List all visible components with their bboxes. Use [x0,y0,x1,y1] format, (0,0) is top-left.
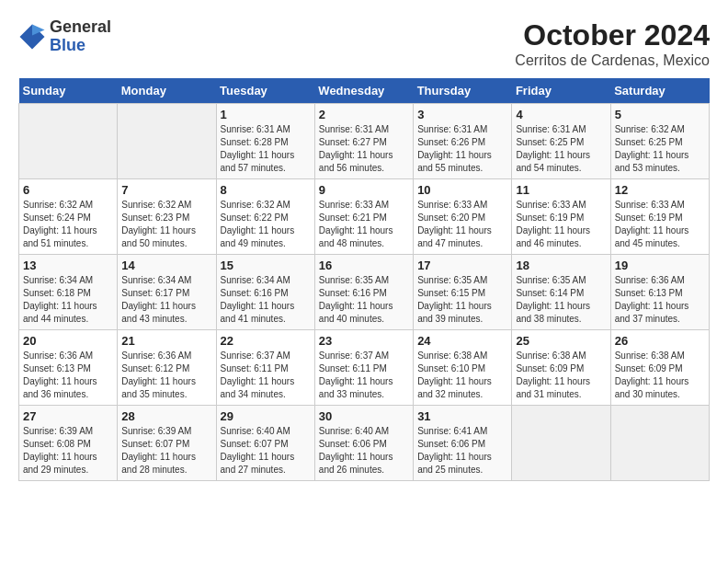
calendar-cell: 30Sunrise: 6:40 AMSunset: 6:06 PMDayligh… [314,406,413,481]
day-number: 22 [221,334,311,348]
day-info: Sunrise: 6:34 AMSunset: 6:16 PMDaylight:… [221,274,311,326]
day-number: 9 [319,183,409,197]
calendar-cell: 18Sunrise: 6:35 AMSunset: 6:14 PMDayligh… [512,255,610,330]
calendar-week-row: 27Sunrise: 6:39 AMSunset: 6:08 PMDayligh… [19,406,710,481]
day-number: 3 [417,108,507,121]
day-number: 17 [417,259,507,272]
weekday-header: Sunday [19,78,118,104]
day-info: Sunrise: 6:41 AMSunset: 6:06 PMDaylight:… [417,425,507,477]
day-number: 23 [319,334,409,348]
day-info: Sunrise: 6:32 AMSunset: 6:23 PMDaylight:… [121,199,211,250]
logo-line2: Blue [50,37,111,55]
calendar-cell: 15Sunrise: 6:34 AMSunset: 6:16 PMDayligh… [216,255,314,330]
day-info: Sunrise: 6:31 AMSunset: 6:28 PMDaylight:… [221,123,311,175]
day-number: 21 [121,334,211,348]
day-info: Sunrise: 6:33 AMSunset: 6:19 PMDaylight:… [516,199,606,250]
weekday-header: Monday [118,78,216,104]
day-number: 18 [516,259,606,272]
title-block: October 2024 Cerritos de Cardenas, Mexic… [515,18,710,69]
day-info: Sunrise: 6:34 AMSunset: 6:18 PMDaylight:… [23,274,113,326]
calendar-week-row: 1Sunrise: 6:31 AMSunset: 6:28 PMDaylight… [19,104,710,179]
page-title: October 2024 [515,18,710,52]
day-info: Sunrise: 6:31 AMSunset: 6:26 PMDaylight:… [417,123,507,175]
day-info: Sunrise: 6:39 AMSunset: 6:07 PMDaylight:… [121,425,211,477]
day-number: 30 [319,409,409,423]
day-number: 25 [516,334,606,348]
day-number: 13 [23,259,113,272]
day-info: Sunrise: 6:31 AMSunset: 6:27 PMDaylight:… [319,123,409,175]
calendar-week-row: 6Sunrise: 6:32 AMSunset: 6:24 PMDaylight… [19,179,710,255]
day-info: Sunrise: 6:40 AMSunset: 6:07 PMDaylight:… [221,425,311,477]
logo-icon [18,23,46,51]
day-number: 19 [615,259,705,272]
calendar-cell: 24Sunrise: 6:38 AMSunset: 6:10 PMDayligh… [414,330,512,406]
calendar-cell: 14Sunrise: 6:34 AMSunset: 6:17 PMDayligh… [118,255,216,330]
day-number: 26 [615,334,705,348]
calendar-cell: 19Sunrise: 6:36 AMSunset: 6:13 PMDayligh… [610,255,709,330]
day-info: Sunrise: 6:38 AMSunset: 6:10 PMDaylight:… [417,350,507,401]
day-info: Sunrise: 6:35 AMSunset: 6:16 PMDaylight:… [319,274,409,326]
calendar-cell: 10Sunrise: 6:33 AMSunset: 6:20 PMDayligh… [414,179,512,255]
day-number: 28 [121,409,211,423]
calendar-cell: 26Sunrise: 6:38 AMSunset: 6:09 PMDayligh… [610,330,709,406]
calendar-cell [118,104,216,179]
day-number: 11 [516,183,606,197]
day-number: 4 [516,108,606,121]
day-info: Sunrise: 6:36 AMSunset: 6:12 PMDaylight:… [121,350,211,401]
day-number: 10 [417,183,507,197]
calendar-cell: 27Sunrise: 6:39 AMSunset: 6:08 PMDayligh… [19,406,118,481]
calendar-cell: 1Sunrise: 6:31 AMSunset: 6:28 PMDaylight… [216,104,314,179]
day-number: 6 [23,183,113,197]
day-info: Sunrise: 6:33 AMSunset: 6:19 PMDaylight:… [615,199,705,250]
weekday-header-row: SundayMondayTuesdayWednesdayThursdayFrid… [19,78,710,104]
calendar-cell: 25Sunrise: 6:38 AMSunset: 6:09 PMDayligh… [512,330,610,406]
calendar-cell: 29Sunrise: 6:40 AMSunset: 6:07 PMDayligh… [216,406,314,481]
day-info: Sunrise: 6:38 AMSunset: 6:09 PMDaylight:… [516,350,606,401]
weekday-header: Wednesday [314,78,413,104]
calendar-cell: 11Sunrise: 6:33 AMSunset: 6:19 PMDayligh… [512,179,610,255]
calendar-cell: 17Sunrise: 6:35 AMSunset: 6:15 PMDayligh… [414,255,512,330]
day-number: 2 [319,108,409,121]
calendar-cell: 23Sunrise: 6:37 AMSunset: 6:11 PMDayligh… [314,330,413,406]
day-info: Sunrise: 6:36 AMSunset: 6:13 PMDaylight:… [615,274,705,326]
calendar-cell: 8Sunrise: 6:32 AMSunset: 6:22 PMDaylight… [216,179,314,255]
calendar-cell: 4Sunrise: 6:31 AMSunset: 6:25 PMDaylight… [512,104,610,179]
calendar-cell: 20Sunrise: 6:36 AMSunset: 6:13 PMDayligh… [19,330,118,406]
day-number: 15 [221,259,311,272]
day-info: Sunrise: 6:34 AMSunset: 6:17 PMDaylight:… [121,274,211,326]
day-info: Sunrise: 6:32 AMSunset: 6:24 PMDaylight:… [23,199,113,250]
day-info: Sunrise: 6:32 AMSunset: 6:22 PMDaylight:… [221,199,311,250]
calendar-week-row: 20Sunrise: 6:36 AMSunset: 6:13 PMDayligh… [19,330,710,406]
day-info: Sunrise: 6:32 AMSunset: 6:25 PMDaylight:… [615,123,705,175]
day-info: Sunrise: 6:37 AMSunset: 6:11 PMDaylight:… [319,350,409,401]
calendar-cell: 21Sunrise: 6:36 AMSunset: 6:12 PMDayligh… [118,330,216,406]
logo-line1: General [50,18,111,37]
day-info: Sunrise: 6:40 AMSunset: 6:06 PMDaylight:… [319,425,409,477]
day-number: 1 [221,108,311,121]
day-info: Sunrise: 6:33 AMSunset: 6:21 PMDaylight:… [319,199,409,250]
calendar-cell: 28Sunrise: 6:39 AMSunset: 6:07 PMDayligh… [118,406,216,481]
calendar-cell: 6Sunrise: 6:32 AMSunset: 6:24 PMDaylight… [19,179,118,255]
calendar-week-row: 13Sunrise: 6:34 AMSunset: 6:18 PMDayligh… [19,255,710,330]
day-info: Sunrise: 6:35 AMSunset: 6:15 PMDaylight:… [417,274,507,326]
day-number: 5 [615,108,705,121]
calendar-cell: 22Sunrise: 6:37 AMSunset: 6:11 PMDayligh… [216,330,314,406]
day-number: 7 [121,183,211,197]
calendar-cell [512,406,610,481]
page-header: General Blue October 2024 Cerritos de Ca… [18,18,710,69]
calendar-cell [19,104,118,179]
day-number: 20 [23,334,113,348]
day-number: 24 [417,334,507,348]
logo-text: General Blue [50,18,111,55]
calendar-cell: 31Sunrise: 6:41 AMSunset: 6:06 PMDayligh… [414,406,512,481]
day-number: 29 [221,409,311,423]
calendar-cell: 2Sunrise: 6:31 AMSunset: 6:27 PMDaylight… [314,104,413,179]
calendar-cell [610,406,709,481]
day-number: 14 [121,259,211,272]
calendar-cell: 3Sunrise: 6:31 AMSunset: 6:26 PMDaylight… [414,104,512,179]
day-number: 31 [417,409,507,423]
page-subtitle: Cerritos de Cardenas, Mexico [515,52,710,69]
weekday-header: Thursday [414,78,512,104]
day-number: 27 [23,409,113,423]
weekday-header: Saturday [610,78,709,104]
